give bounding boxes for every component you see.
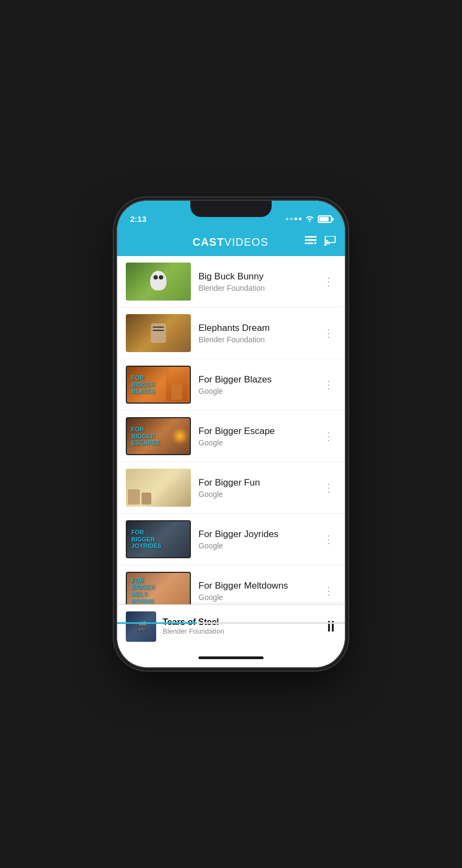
signal-icon bbox=[286, 218, 301, 220]
svg-rect-0 bbox=[305, 236, 317, 238]
queue-icon[interactable] bbox=[305, 236, 317, 248]
more-options-button[interactable]: ⋮ bbox=[321, 376, 336, 393]
video-author: Google bbox=[198, 593, 313, 602]
video-thumbnail bbox=[126, 263, 191, 301]
video-author: Google bbox=[198, 438, 313, 447]
now-playing-author: Blender Foundation bbox=[163, 627, 317, 635]
more-options-button[interactable]: ⋮ bbox=[321, 273, 336, 290]
more-options-button[interactable]: ⋮ bbox=[321, 531, 336, 548]
list-item[interactable]: FORBIGGERESCAPES For Bigger Escape Googl… bbox=[117, 411, 345, 462]
video-list-container: Big Buck Bunny Blender Foundation ⋮ bbox=[117, 256, 345, 604]
list-item[interactable]: FORBIGGERBLAZES For Bigger Blazes Google… bbox=[117, 359, 345, 411]
phone-notch bbox=[190, 201, 272, 217]
status-icons bbox=[286, 214, 332, 224]
video-list: Big Buck Bunny Blender Foundation ⋮ bbox=[117, 256, 345, 604]
video-info: For Bigger Meltdowns Google bbox=[198, 580, 313, 602]
phone-frame: 2:13 bbox=[117, 201, 345, 667]
more-options-button[interactable]: ⋮ bbox=[321, 582, 336, 599]
video-thumbnail: FORBIGGERBLAZES bbox=[126, 366, 191, 404]
home-indicator bbox=[198, 656, 264, 659]
phone-screen: 2:13 bbox=[117, 201, 345, 667]
video-info: Big Buck Bunny Blender Foundation bbox=[198, 271, 313, 292]
now-playing-bar[interactable]: 🎬 Tears of Steel Blender Foundation ⏸ bbox=[117, 604, 345, 648]
home-indicator-area bbox=[117, 648, 345, 667]
video-info: Elephants Dream Blender Foundation bbox=[198, 323, 313, 344]
list-item[interactable]: FORBIGGERMELT-DOWNS For Bigger Meltdowns… bbox=[117, 565, 345, 604]
battery-icon bbox=[318, 215, 332, 223]
list-item[interactable]: Elephants Dream Blender Foundation ⋮ bbox=[117, 308, 345, 359]
video-author: Blender Foundation bbox=[198, 284, 313, 292]
svg-rect-4 bbox=[324, 244, 326, 246]
video-title: For Bigger Fun bbox=[198, 477, 313, 488]
video-author: Google bbox=[198, 490, 313, 499]
video-thumbnail: FORBIGGERJOYRIDES bbox=[126, 520, 191, 558]
list-item[interactable]: FORBIGGERJOYRIDES For Bigger Joyrides Go… bbox=[117, 514, 345, 565]
video-info: For Bigger Joyrides Google bbox=[198, 529, 313, 550]
now-playing-info: Tears of Steel Blender Foundation bbox=[163, 617, 317, 635]
video-author: Blender Foundation bbox=[198, 335, 313, 344]
pause-button[interactable]: ⏸ bbox=[323, 617, 336, 635]
header-icons bbox=[305, 236, 336, 248]
svg-rect-5 bbox=[325, 236, 335, 242]
video-thumbnail bbox=[126, 314, 191, 352]
video-title: For Bigger Blazes bbox=[198, 374, 313, 385]
more-options-button[interactable]: ⋮ bbox=[321, 324, 336, 342]
app-title: CASTVIDEOS bbox=[156, 236, 305, 248]
more-options-button[interactable]: ⋮ bbox=[321, 479, 336, 496]
svg-rect-2 bbox=[305, 242, 313, 244]
video-info: For Bigger Fun Google bbox=[198, 477, 313, 499]
video-thumbnail: FORBIGGERESCAPES bbox=[126, 417, 191, 455]
now-playing-thumbnail: 🎬 bbox=[126, 611, 156, 642]
video-title: Elephants Dream bbox=[198, 323, 313, 334]
list-item[interactable]: For Bigger Fun Google ⋮ bbox=[117, 462, 345, 514]
video-thumbnail: FORBIGGERMELT-DOWNS bbox=[126, 572, 191, 604]
video-title: For Bigger Escape bbox=[198, 426, 313, 437]
svg-marker-3 bbox=[315, 241, 317, 245]
video-title: For Bigger Joyrides bbox=[198, 529, 313, 540]
more-options-button[interactable]: ⋮ bbox=[321, 427, 336, 445]
cast-icon[interactable] bbox=[324, 236, 336, 248]
list-item[interactable]: Big Buck Bunny Blender Foundation ⋮ bbox=[117, 256, 345, 308]
playback-progress-bar[interactable] bbox=[117, 622, 345, 624]
video-title: For Bigger Meltdowns bbox=[198, 580, 313, 591]
video-author: Google bbox=[198, 387, 313, 395]
progress-fill bbox=[117, 622, 197, 624]
video-info: For Bigger Escape Google bbox=[198, 426, 313, 447]
video-title: Big Buck Bunny bbox=[198, 271, 313, 282]
video-info: For Bigger Blazes Google bbox=[198, 374, 313, 395]
video-thumbnail bbox=[126, 469, 191, 507]
video-author: Google bbox=[198, 541, 313, 550]
app-header: CASTVIDEOS bbox=[117, 228, 345, 256]
wifi-icon bbox=[305, 214, 315, 224]
svg-rect-1 bbox=[305, 239, 317, 241]
